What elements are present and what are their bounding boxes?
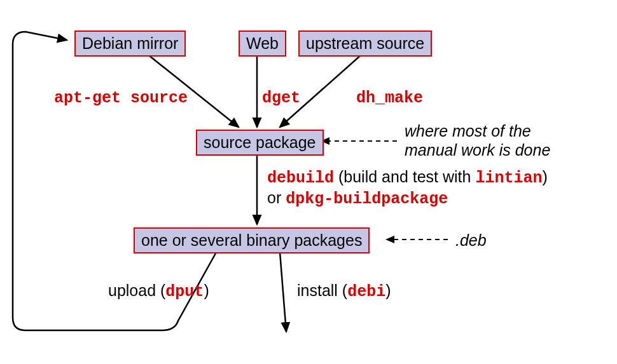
node-label: Web: [246, 34, 279, 52]
node-debian-mirror: Debian mirror: [74, 30, 186, 57]
node-binary-packages: one or several binary packages: [134, 227, 370, 253]
node-label: one or several binary packages: [141, 231, 362, 249]
edge-dpkg-line: or dpkg-buildpackage: [267, 189, 448, 208]
edge-dget: dget: [262, 89, 300, 107]
edge-apt-get-source: apt-get source: [54, 89, 188, 107]
edge-upload: upload (dput): [108, 281, 209, 301]
svg-line-5: [280, 252, 286, 332]
node-upstream-source: upstream source: [298, 30, 432, 57]
annotation-manual-work-line2: manual work is done: [405, 141, 550, 159]
node-label: Debian mirror: [82, 34, 178, 52]
node-label: source package: [204, 133, 316, 151]
annotation-deb: .deb: [455, 231, 487, 250]
edge-debuild-line: debuild (build and test with lintian): [267, 168, 548, 187]
node-web: Web: [239, 30, 286, 57]
edge-dh-make: dh_make: [356, 89, 423, 107]
node-source-package: source package: [196, 130, 324, 156]
node-label: upstream source: [306, 34, 424, 52]
edge-install: install (debi): [297, 281, 391, 301]
annotation-manual-work: where most of the: [405, 122, 531, 140]
